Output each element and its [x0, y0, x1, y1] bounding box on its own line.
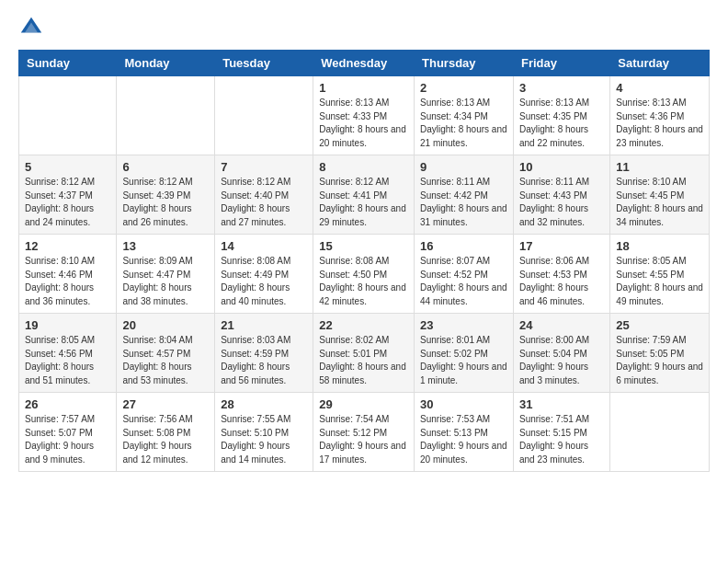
day-cell: 14Sunrise: 8:08 AM Sunset: 4:49 PM Dayli… [215, 235, 313, 314]
day-info: Sunrise: 8:12 AM Sunset: 4:41 PM Dayligh… [319, 176, 408, 229]
day-cell: 18Sunrise: 8:05 AM Sunset: 4:55 PM Dayli… [610, 235, 710, 314]
col-header-monday: Monday [117, 51, 215, 76]
day-cell: 6Sunrise: 8:12 AM Sunset: 4:39 PM Daylig… [117, 155, 215, 235]
day-info: Sunrise: 8:05 AM Sunset: 4:56 PM Dayligh… [25, 334, 110, 387]
day-cell: 4Sunrise: 8:13 AM Sunset: 4:36 PM Daylig… [610, 76, 710, 155]
day-cell: 23Sunrise: 8:01 AM Sunset: 5:02 PM Dayli… [415, 314, 514, 393]
day-info: Sunrise: 8:04 AM Sunset: 4:57 PM Dayligh… [122, 334, 209, 387]
calendar: SundayMondayTuesdayWednesdayThursdayFrid… [18, 50, 710, 472]
page: SundayMondayTuesdayWednesdayThursdayFrid… [0, 0, 728, 487]
day-cell [117, 76, 215, 155]
day-number: 28 [221, 397, 307, 411]
day-number: 8 [319, 160, 408, 174]
week-row-3: 12Sunrise: 8:10 AM Sunset: 4:46 PM Dayli… [19, 235, 710, 314]
day-cell: 26Sunrise: 7:57 AM Sunset: 5:07 PM Dayli… [19, 393, 117, 472]
day-info: Sunrise: 8:01 AM Sunset: 5:02 PM Dayligh… [420, 334, 507, 387]
col-header-sunday: Sunday [19, 51, 117, 76]
day-cell: 11Sunrise: 8:10 AM Sunset: 4:45 PM Dayli… [610, 155, 710, 235]
day-cell: 15Sunrise: 8:08 AM Sunset: 4:50 PM Dayli… [313, 235, 415, 314]
day-cell [610, 393, 710, 472]
day-info: Sunrise: 7:51 AM Sunset: 5:15 PM Dayligh… [519, 413, 604, 466]
day-cell: 7Sunrise: 8:12 AM Sunset: 4:40 PM Daylig… [215, 155, 313, 235]
week-row-4: 19Sunrise: 8:05 AM Sunset: 4:56 PM Dayli… [19, 314, 710, 393]
day-cell: 22Sunrise: 8:02 AM Sunset: 5:01 PM Dayli… [313, 314, 415, 393]
week-row-1: 1Sunrise: 8:13 AM Sunset: 4:33 PM Daylig… [19, 76, 710, 155]
day-number: 18 [616, 239, 703, 253]
day-info: Sunrise: 8:00 AM Sunset: 5:04 PM Dayligh… [519, 334, 604, 387]
day-number: 25 [616, 318, 703, 332]
day-info: Sunrise: 8:12 AM Sunset: 4:39 PM Dayligh… [122, 176, 209, 229]
logo-icon [18, 15, 44, 40]
day-number: 15 [319, 239, 408, 253]
col-header-wednesday: Wednesday [313, 51, 415, 76]
day-number: 9 [420, 160, 507, 174]
day-info: Sunrise: 8:09 AM Sunset: 4:47 PM Dayligh… [122, 255, 209, 308]
day-number: 27 [122, 397, 209, 411]
day-cell: 21Sunrise: 8:03 AM Sunset: 4:59 PM Dayli… [215, 314, 313, 393]
logo [18, 15, 48, 40]
col-header-tuesday: Tuesday [215, 51, 313, 76]
day-number: 21 [221, 318, 307, 332]
day-info: Sunrise: 8:05 AM Sunset: 4:55 PM Dayligh… [616, 255, 703, 308]
day-info: Sunrise: 8:13 AM Sunset: 4:34 PM Dayligh… [420, 97, 507, 150]
day-info: Sunrise: 8:12 AM Sunset: 4:40 PM Dayligh… [221, 176, 307, 229]
day-cell: 5Sunrise: 8:12 AM Sunset: 4:37 PM Daylig… [19, 155, 117, 235]
day-info: Sunrise: 7:53 AM Sunset: 5:13 PM Dayligh… [420, 413, 507, 466]
day-number: 6 [122, 160, 209, 174]
week-row-2: 5Sunrise: 8:12 AM Sunset: 4:37 PM Daylig… [19, 155, 710, 235]
day-cell: 8Sunrise: 8:12 AM Sunset: 4:41 PM Daylig… [313, 155, 415, 235]
day-info: Sunrise: 7:59 AM Sunset: 5:05 PM Dayligh… [616, 334, 703, 387]
day-info: Sunrise: 8:11 AM Sunset: 4:43 PM Dayligh… [519, 176, 604, 229]
calendar-header-row: SundayMondayTuesdayWednesdayThursdayFrid… [19, 51, 710, 76]
day-number: 26 [25, 397, 110, 411]
day-info: Sunrise: 8:11 AM Sunset: 4:42 PM Dayligh… [420, 176, 507, 229]
day-number: 7 [221, 160, 307, 174]
day-info: Sunrise: 8:02 AM Sunset: 5:01 PM Dayligh… [319, 334, 408, 387]
day-number: 16 [420, 239, 507, 253]
day-info: Sunrise: 8:13 AM Sunset: 4:36 PM Dayligh… [616, 97, 703, 150]
day-info: Sunrise: 8:10 AM Sunset: 4:46 PM Dayligh… [25, 255, 110, 308]
day-info: Sunrise: 8:12 AM Sunset: 4:37 PM Dayligh… [25, 176, 110, 229]
col-header-friday: Friday [513, 51, 609, 76]
day-number: 29 [319, 397, 408, 411]
day-cell: 13Sunrise: 8:09 AM Sunset: 4:47 PM Dayli… [117, 235, 215, 314]
header [18, 15, 710, 40]
day-info: Sunrise: 8:07 AM Sunset: 4:52 PM Dayligh… [420, 255, 507, 308]
day-number: 2 [420, 81, 507, 95]
day-number: 4 [616, 81, 703, 95]
day-number: 3 [519, 81, 604, 95]
day-number: 17 [519, 239, 604, 253]
day-cell: 24Sunrise: 8:00 AM Sunset: 5:04 PM Dayli… [513, 314, 609, 393]
day-cell: 10Sunrise: 8:11 AM Sunset: 4:43 PM Dayli… [513, 155, 609, 235]
day-info: Sunrise: 7:57 AM Sunset: 5:07 PM Dayligh… [25, 413, 110, 466]
day-cell: 9Sunrise: 8:11 AM Sunset: 4:42 PM Daylig… [415, 155, 514, 235]
day-info: Sunrise: 7:54 AM Sunset: 5:12 PM Dayligh… [319, 413, 408, 466]
col-header-thursday: Thursday [415, 51, 514, 76]
day-cell: 2Sunrise: 8:13 AM Sunset: 4:34 PM Daylig… [415, 76, 514, 155]
day-cell: 30Sunrise: 7:53 AM Sunset: 5:13 PM Dayli… [415, 393, 514, 472]
day-cell: 31Sunrise: 7:51 AM Sunset: 5:15 PM Dayli… [513, 393, 609, 472]
day-cell: 25Sunrise: 7:59 AM Sunset: 5:05 PM Dayli… [610, 314, 710, 393]
day-number: 11 [616, 160, 703, 174]
day-number: 14 [221, 239, 307, 253]
day-info: Sunrise: 8:06 AM Sunset: 4:53 PM Dayligh… [519, 255, 604, 308]
day-number: 24 [519, 318, 604, 332]
day-number: 13 [122, 239, 209, 253]
day-info: Sunrise: 7:56 AM Sunset: 5:08 PM Dayligh… [122, 413, 209, 466]
day-cell: 12Sunrise: 8:10 AM Sunset: 4:46 PM Dayli… [19, 235, 117, 314]
day-number: 23 [420, 318, 507, 332]
day-info: Sunrise: 8:08 AM Sunset: 4:49 PM Dayligh… [221, 255, 307, 308]
day-cell: 3Sunrise: 8:13 AM Sunset: 4:35 PM Daylig… [513, 76, 609, 155]
day-cell [19, 76, 117, 155]
day-info: Sunrise: 8:13 AM Sunset: 4:33 PM Dayligh… [319, 97, 408, 150]
day-number: 1 [319, 81, 408, 95]
day-cell: 28Sunrise: 7:55 AM Sunset: 5:10 PM Dayli… [215, 393, 313, 472]
day-cell [215, 76, 313, 155]
day-cell: 1Sunrise: 8:13 AM Sunset: 4:33 PM Daylig… [313, 76, 415, 155]
day-number: 10 [519, 160, 604, 174]
day-info: Sunrise: 8:08 AM Sunset: 4:50 PM Dayligh… [319, 255, 408, 308]
day-number: 22 [319, 318, 408, 332]
day-number: 5 [25, 160, 110, 174]
day-cell: 17Sunrise: 8:06 AM Sunset: 4:53 PM Dayli… [513, 235, 609, 314]
day-number: 12 [25, 239, 110, 253]
